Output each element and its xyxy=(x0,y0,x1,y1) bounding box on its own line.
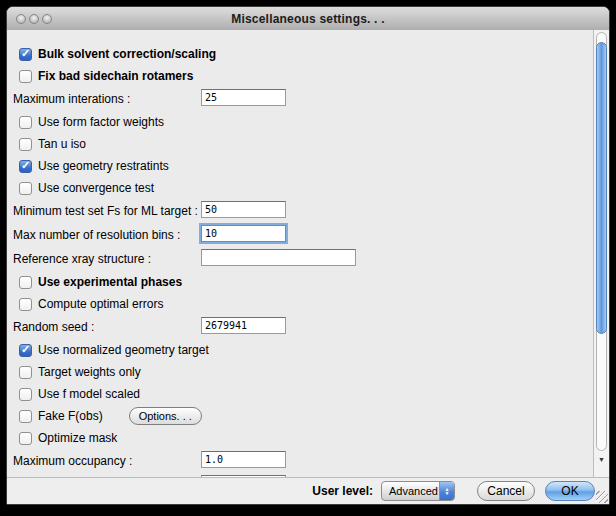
optimize-mask-checkbox[interactable] xyxy=(19,432,32,445)
checkbox-row-fake-f-obs: Fake F(obs)Options. . . xyxy=(7,405,593,427)
close-button[interactable] xyxy=(16,14,26,24)
use-geometry-restratints-checkbox[interactable]: ✓ xyxy=(19,160,32,173)
checkbox-label: Use form factor weights xyxy=(38,115,164,129)
minimum-test-set-fs-for-ml-target-input[interactable]: 50 xyxy=(201,201,286,218)
checkbox-row-target-weights-only: Target weights only xyxy=(7,361,593,383)
checkbox-label: Tan u iso xyxy=(38,137,86,151)
settings-dialog: Miscellaneous settings. . . ✓Bulk solven… xyxy=(6,6,610,505)
field-row-maximum-occupancy: Maximum occupancy :1.0 xyxy=(7,449,593,473)
scroll-down-icon[interactable]: ▼ xyxy=(594,455,609,465)
checkbox-label: Use f model scaled xyxy=(38,387,140,401)
checkbox-label: Optimize mask xyxy=(38,431,117,445)
checkbox-label: Fix bad sidechain rotamers xyxy=(38,69,193,83)
field-label: Minimum test set Fs for ML target : xyxy=(13,204,198,218)
user-level-value: Advanced xyxy=(382,485,439,497)
checkbox-row-use-experimental-phases: Use experimental phases xyxy=(7,271,593,293)
title-bar[interactable]: Miscellaneous settings. . . xyxy=(7,7,609,31)
field-label: Maximum occupancy : xyxy=(13,454,132,468)
field-row-maximum-interations: Maximum interations :25 xyxy=(7,87,593,111)
checkbox-row-compute-optimal-errors: Compute optimal errors xyxy=(7,293,593,315)
random-seed-input[interactable]: 2679941 xyxy=(201,317,286,334)
scrollbar-thumb[interactable] xyxy=(596,42,607,334)
checkbox-row-use-form-factor-weights: Use form factor weights xyxy=(7,111,593,133)
use-convergence-test-checkbox[interactable] xyxy=(19,182,32,195)
vertical-scrollbar[interactable]: ▲ ▼ xyxy=(593,30,609,477)
checkbox-label: Bulk solvent correction/scaling xyxy=(38,47,216,61)
field-label: Maximum interations : xyxy=(13,92,130,106)
dropdown-stepper-icon: ▲▼ xyxy=(439,482,454,500)
checkbox-row-fix-bad-sidechain-rotamers: Fix bad sidechain rotamers xyxy=(7,65,593,87)
fix-bad-sidechain-rotamers-checkbox[interactable] xyxy=(19,70,32,83)
checkbox-row-tan-u-iso: Tan u iso xyxy=(7,133,593,155)
field-row-random-seed: Random seed :2679941 xyxy=(7,315,593,339)
maximum-interations-input[interactable]: 25 xyxy=(201,89,286,106)
target-weights-only-checkbox[interactable] xyxy=(19,366,32,379)
user-level-dropdown[interactable]: Advanced ▲▼ xyxy=(381,481,455,501)
zoom-button[interactable] xyxy=(42,14,52,24)
check-icon: ✓ xyxy=(21,344,30,355)
checkbox-label: Use geometry restratints xyxy=(38,159,169,173)
checkbox-row-use-normalized-geometry-target: ✓Use normalized geometry target xyxy=(7,339,593,361)
use-f-model-scaled-checkbox[interactable] xyxy=(19,388,32,401)
use-form-factor-weights-checkbox[interactable] xyxy=(19,116,32,129)
dialog-footer: User level: Advanced ▲▼ Cancel OK xyxy=(7,477,609,504)
window-controls xyxy=(16,7,52,30)
checkbox-label: Use convergence test xyxy=(38,181,154,195)
maximum-occupancy-input[interactable]: 1.0 xyxy=(201,451,286,468)
field-label: Random seed : xyxy=(13,320,94,334)
checkbox-row-use-f-model-scaled: Use f model scaled xyxy=(7,383,593,405)
field-row-reference-xray-structure: Reference xray structure : xyxy=(7,247,593,271)
compute-optimal-errors-checkbox[interactable] xyxy=(19,298,32,311)
checkbox-row-use-convergence-test: Use convergence test xyxy=(7,177,593,199)
checkbox-label: Use normalized geometry target xyxy=(38,343,209,357)
checkbox-row-optimize-mask: Optimize mask xyxy=(7,427,593,449)
check-icon: ✓ xyxy=(21,48,30,59)
checkbox-label: Compute optimal errors xyxy=(38,297,163,311)
checkbox-row-bulk-solvent-correction-scaling: ✓Bulk solvent correction/scaling xyxy=(7,43,593,65)
user-level-label: User level: xyxy=(312,484,373,498)
window-title: Miscellaneous settings. . . xyxy=(7,12,609,26)
tan-u-iso-checkbox[interactable] xyxy=(19,138,32,151)
settings-form: ✓Bulk solvent correction/scalingFix bad … xyxy=(7,30,593,477)
resize-grip[interactable] xyxy=(596,491,608,503)
minimize-button[interactable] xyxy=(29,14,39,24)
checkbox-label: Target weights only xyxy=(38,365,141,379)
check-icon: ✓ xyxy=(21,160,30,171)
field-label: Reference xray structure : xyxy=(13,252,151,266)
field-label: Max number of resolution bins : xyxy=(13,228,180,242)
options-button[interactable]: Options. . . xyxy=(129,407,202,425)
use-experimental-phases-checkbox[interactable] xyxy=(19,276,32,289)
checkbox-label: Fake F(obs) xyxy=(38,409,103,423)
reference-xray-structure-input[interactable] xyxy=(201,249,356,266)
field-row-max-number-of-resolution-bins: Max number of resolution bins :10 xyxy=(7,223,593,247)
ok-button[interactable]: OK xyxy=(545,481,595,501)
bulk-solvent-correction-scaling-checkbox[interactable]: ✓ xyxy=(19,48,32,61)
fake-f-obs-checkbox[interactable] xyxy=(19,410,32,423)
cancel-button[interactable]: Cancel xyxy=(477,481,535,501)
checkbox-row-use-geometry-restratints: ✓Use geometry restratints xyxy=(7,155,593,177)
field-row-minimum-test-set-fs-for-ml-target: Minimum test set Fs for ML target :50 xyxy=(7,199,593,223)
use-normalized-geometry-target-checkbox[interactable]: ✓ xyxy=(19,344,32,357)
checkbox-label: Use experimental phases xyxy=(38,275,182,289)
max-number-of-resolution-bins-input[interactable]: 10 xyxy=(201,225,286,242)
